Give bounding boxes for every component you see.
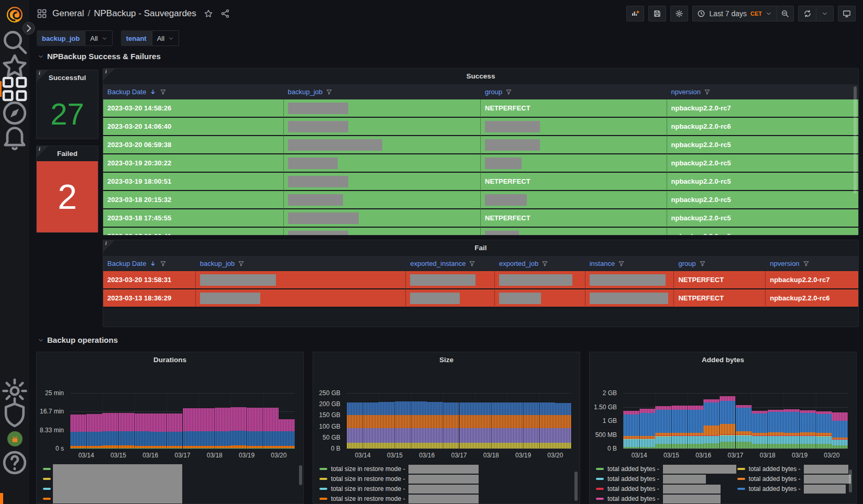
column-header-group[interactable]: group [481, 84, 667, 99]
filter-icon[interactable] [238, 260, 245, 267]
star-dashboard-icon[interactable] [204, 9, 213, 18]
column-header-npversion[interactable]: npversion [667, 84, 859, 99]
legend-item[interactable]: total added bytes - [737, 474, 851, 484]
filter-icon[interactable] [505, 88, 512, 95]
row-header-backup-operations[interactable]: Backup operations [38, 335, 118, 344]
legend-item[interactable]: total added bytes - [596, 464, 736, 474]
refresh-button[interactable] [798, 6, 816, 21]
legend-scrollbar[interactable] [574, 472, 578, 501]
bar-segment [491, 428, 507, 443]
panel-title[interactable]: Fail [103, 240, 858, 256]
panel-title[interactable]: Durations [37, 352, 303, 368]
legend-scrollbar[interactable] [299, 465, 302, 485]
zoom-out-button[interactable] [776, 6, 794, 21]
legend-item[interactable]: total size in restore mode - [319, 464, 574, 474]
table-cell: 2023-03-20 14:58:26 [103, 99, 284, 118]
legend-item[interactable]: total size in restore mode - [319, 484, 574, 494]
variable-label[interactable]: tenant [121, 30, 152, 46]
legend-swatch [596, 468, 604, 470]
filter-icon[interactable] [160, 88, 167, 95]
bar-segment [655, 433, 671, 435]
sidebar-item-profile[interactable] [0, 428, 29, 449]
legend-item[interactable]: total added bytes - [596, 474, 736, 484]
bar-segment [832, 412, 848, 421]
time-range-picker[interactable]: Last 7 days CET [692, 6, 776, 21]
column-header-group[interactable]: group [674, 256, 766, 271]
bar-segment [751, 435, 768, 436]
legend-item[interactable]: total added bytes - [737, 464, 851, 474]
legend-item[interactable]: total added bytes - [737, 484, 851, 494]
sidebar-item-configuration[interactable] [0, 380, 29, 401]
panel-info-corner[interactable]: i [103, 240, 115, 252]
filter-icon[interactable] [541, 260, 548, 267]
y-axis: 25 min16.7 min8.33 min0 s [37, 393, 67, 449]
add-panel-button[interactable] [626, 6, 644, 21]
dashboard-settings-button[interactable] [670, 6, 688, 21]
bar-segment [671, 436, 688, 444]
legend-item[interactable]: total size in restore mode - [319, 494, 574, 503]
legend-swatch [596, 478, 604, 480]
filter-icon[interactable] [160, 260, 167, 267]
variable-value-dropdown[interactable]: All [152, 30, 179, 46]
sidebar-expand-button[interactable] [23, 22, 35, 35]
panel-title[interactable]: Added bytes [590, 352, 856, 368]
column-header-backup-job[interactable]: backup_job [284, 84, 481, 99]
bar-segment [736, 435, 752, 442]
filter-icon[interactable] [618, 260, 625, 267]
breadcrumb-title[interactable]: NPBackup - Sauvegardes [94, 8, 196, 19]
column-header-backup-date[interactable]: Backup Date [103, 256, 196, 271]
grafana-logo[interactable] [5, 5, 25, 25]
table-cell [495, 289, 585, 308]
panel-info-corner[interactable]: i [103, 69, 115, 80]
share-icon[interactable] [220, 9, 230, 18]
sidebar-item-server-admin[interactable] [0, 405, 29, 425]
sidebar-item-search[interactable] [0, 31, 29, 52]
bar-segment [150, 413, 167, 432]
sidebar-item-explore[interactable] [0, 103, 29, 124]
bar-segment [671, 410, 688, 433]
scrollbar[interactable] [854, 86, 857, 194]
filter-icon[interactable] [469, 260, 475, 267]
sidebar-item-help[interactable] [0, 452, 29, 473]
filter-icon[interactable] [704, 88, 711, 95]
save-icon [653, 9, 661, 18]
filter-icon[interactable] [699, 260, 706, 267]
sidebar-item-dashboards[interactable] [0, 79, 29, 99]
legend-scrollbar[interactable] [849, 469, 852, 492]
bar-segment [70, 448, 86, 449]
variable-value-dropdown[interactable]: All [85, 30, 112, 46]
bar-segment [443, 415, 459, 428]
legend-item[interactable]: total size in restore mode - [319, 474, 574, 484]
bar-segment [347, 443, 363, 449]
bar-segment [150, 432, 167, 446]
panel-title[interactable]: Size [313, 352, 580, 368]
filter-icon[interactable] [326, 88, 333, 95]
panel-info-corner[interactable]: i [37, 146, 48, 158]
legend-item[interactable]: total added bytes - [596, 484, 736, 494]
column-header-backup-date[interactable]: Backup Date [103, 84, 284, 99]
sidebar-item-alerting[interactable] [0, 127, 29, 148]
save-dashboard-button[interactable] [648, 6, 666, 21]
column-header-exported-instance[interactable]: exported_instance [406, 256, 495, 271]
bar-segment [118, 431, 135, 445]
row-header-success-failures[interactable]: NPBackup Success & Failures [38, 52, 161, 61]
bar-segment [751, 436, 768, 444]
filter-icon[interactable] [803, 260, 810, 267]
bar-segment [135, 446, 151, 448]
legend-item[interactable]: total added bytes - [596, 494, 736, 503]
panel-info-corner[interactable]: i [37, 70, 48, 82]
refresh-interval-button[interactable] [816, 6, 834, 21]
bar-segment [639, 436, 656, 438]
variable-label[interactable]: backup_job [37, 30, 85, 46]
sidebar-item-starred[interactable] [0, 55, 29, 76]
column-header-npversion[interactable]: npversion [766, 256, 858, 271]
column-header-instance[interactable]: instance [585, 256, 674, 271]
column-header-backup-job[interactable]: backup_job [196, 256, 406, 271]
breadcrumb-section[interactable]: General [52, 8, 84, 19]
panel-title[interactable]: Success [103, 69, 858, 84]
row-title: Backup operations [47, 335, 118, 344]
variable-tenant: tenant All [121, 30, 179, 46]
table-cell [585, 271, 674, 289]
column-header-exported-job[interactable]: exported_job [495, 256, 585, 271]
cycle-view-mode-button[interactable] [838, 6, 856, 21]
